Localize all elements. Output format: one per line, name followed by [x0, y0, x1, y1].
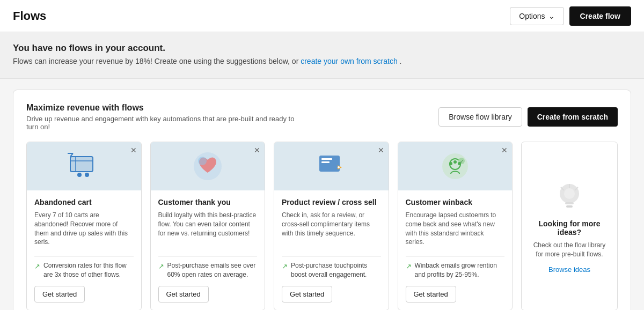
svg-point-14: [338, 166, 340, 168]
options-button[interactable]: Options ⌄: [510, 7, 564, 25]
stat-arrow-icon: ↗: [406, 262, 412, 271]
flow-card-image-customer-winback: ✓ ✕: [398, 142, 513, 190]
flow-card-stat-abandoned-cart: ↗ Conversion rates for this flow are 3x …: [34, 261, 134, 279]
get-started-product-review-button[interactable]: Get started: [282, 286, 332, 302]
flow-card-desc-abandoned-cart: Every 7 of 10 carts are abandoned! Recov…: [34, 211, 134, 247]
flow-card-image-customer-thank-you: ✕: [151, 142, 265, 190]
flow-cards-grid: ✕ Abandoned cart Every 7 of 10 carts are…: [26, 142, 618, 310]
winback-icon: ✓: [439, 150, 471, 182]
page-header: Flows Options ⌄ Create flow: [0, 0, 644, 32]
flow-card-title-customer-thank-you: Customer thank you: [158, 198, 258, 206]
svg-rect-11: [321, 158, 332, 160]
flow-card-title-customer-winback: Customer winback: [406, 198, 505, 206]
close-abandoned-cart-button[interactable]: ✕: [130, 146, 137, 154]
svg-point-4: [77, 173, 82, 177]
flow-card-customer-winback: ✓ ✕ Customer winback Encourage lapsed cu…: [398, 142, 513, 310]
svg-rect-12: [321, 161, 330, 163]
flow-card-desc-customer-thank-you: Build loyalty with this best-practice fl…: [158, 211, 258, 247]
flow-card-title-product-review: Product review / cross sell: [282, 198, 381, 206]
close-customer-thank-you-button[interactable]: ✕: [254, 146, 260, 154]
stat-arrow-icon: ↗: [158, 262, 164, 271]
flow-card-desc-customer-winback: Encourage lapsed custoemrs to come back …: [406, 211, 505, 247]
browse-ideas-link[interactable]: Browse ideas: [548, 265, 590, 274]
close-customer-winback-button[interactable]: ✕: [501, 146, 508, 154]
flows-card-header: Maximize revenue with flows Drive up rev…: [26, 103, 618, 131]
get-started-customer-thank-you-button[interactable]: Get started: [158, 286, 209, 302]
header-actions: Options ⌄ Create flow: [510, 6, 631, 26]
flows-card: Maximize revenue with flows Drive up rev…: [13, 90, 631, 310]
page-title: Flows: [13, 9, 46, 23]
svg-point-9: [198, 157, 207, 165]
cart-icon: [68, 150, 100, 182]
flow-card-abandoned-cart: ✕ Abandoned cart Every 7 of 10 carts are…: [26, 142, 142, 310]
review-icon: [315, 150, 347, 182]
ideas-desc: Check out the flow library for more pre-…: [532, 241, 606, 259]
flow-card-body-product-review: Product review / cross sell Check in, as…: [274, 190, 389, 310]
svg-rect-0: [70, 157, 93, 172]
flows-section-title: Maximize revenue with flows: [26, 103, 295, 113]
main-content: Maximize revenue with flows Drive up rev…: [0, 79, 644, 310]
flows-card-header-actions: Browse flow library Create from scratch: [438, 107, 618, 127]
stat-arrow-icon: ↗: [282, 262, 288, 271]
svg-point-5: [85, 173, 89, 177]
svg-point-20: [453, 160, 457, 164]
heart-icon: [192, 150, 224, 182]
chevron-down-icon: ⌄: [548, 12, 555, 20]
get-started-customer-winback-button[interactable]: Get started: [406, 286, 456, 302]
flow-card-body-customer-winback: Customer winback Encourage lapsed custoe…: [398, 190, 513, 310]
flow-card-stat-product-review: ↗ Post-purchase touchpoints boost overal…: [282, 261, 381, 279]
browse-library-button[interactable]: Browse flow library: [438, 107, 522, 127]
svg-rect-24: [566, 205, 573, 208]
flow-card-product-review: ✕ Product review / cross sell Check in, …: [274, 142, 389, 310]
svg-point-19: [449, 162, 452, 165]
flow-card-title-abandoned-cart: Abandoned cart: [34, 198, 134, 206]
ideas-icon: [552, 179, 587, 213]
svg-point-15: [442, 153, 468, 179]
flows-section-subtitle: Drive up revenue and engagement with key…: [26, 115, 295, 131]
scratch-link[interactable]: create your own from scratch: [301, 57, 398, 65]
get-started-abandoned-cart-button[interactable]: Get started: [34, 286, 85, 302]
svg-point-28: [564, 188, 575, 199]
ideas-card: Looking for more ideas? Check out the fl…: [521, 142, 618, 310]
flow-card-image-abandoned-cart: ✕: [27, 142, 141, 190]
flow-card-body-abandoned-cart: Abandoned cart Every 7 of 10 carts are a…: [27, 190, 141, 310]
empty-state-banner: You have no flows in your account. Flows…: [0, 32, 644, 79]
flow-card-stat-customer-winback: ↗ Winback emails grow rention and profit…: [406, 261, 505, 279]
flow-card-image-product-review: ✕: [274, 142, 389, 190]
flows-card-header-left: Maximize revenue with flows Drive up rev…: [26, 103, 295, 131]
flow-card-customer-thank-you: ✕ Customer thank you Build loyalty with …: [150, 142, 266, 310]
svg-point-21: [458, 162, 461, 165]
create-flow-button[interactable]: Create flow: [569, 6, 631, 26]
flow-card-stat-customer-thank-you: ↗ Post-purchase emails see over 60% open…: [158, 261, 258, 279]
close-product-review-button[interactable]: ✕: [378, 146, 384, 154]
svg-rect-10: [319, 156, 340, 172]
ideas-title: Looking for more ideas?: [532, 219, 606, 237]
create-scratch-button[interactable]: Create from scratch: [528, 107, 618, 127]
banner-text: Flows can increase your revenue by 18%! …: [13, 57, 631, 65]
svg-rect-23: [565, 202, 574, 204]
banner-title: You have no flows in your account.: [13, 43, 631, 54]
stat-arrow-icon: ↗: [34, 262, 40, 271]
flow-card-body-customer-thank-you: Customer thank you Build loyalty with th…: [151, 190, 265, 310]
flow-card-desc-product-review: Check in, ask for a review, or cross-sel…: [282, 211, 381, 247]
